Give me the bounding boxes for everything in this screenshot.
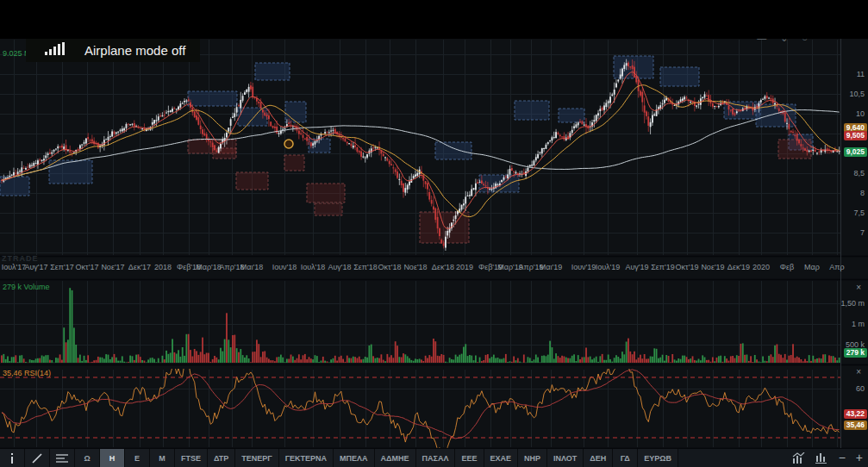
toolbar-draw[interactable] (25, 449, 50, 467)
zoom-out-icon[interactable]: − (839, 451, 846, 464)
toolbar-symbol-ΑΔΜΗΕ[interactable]: ΑΔΜΗΕ (375, 449, 416, 467)
volume-close-icon[interactable]: × (856, 283, 861, 292)
toolbar-symbol-ΙΝΛΟΤ[interactable]: ΙΝΛΟΤ (547, 449, 584, 467)
toolbar-symbol-ΔΕΗ[interactable]: ΔΕΗ (584, 449, 613, 467)
signal-bars-icon (45, 42, 66, 59)
toolbar-symbol-ΠΑΣΑΛ[interactable]: ΠΑΣΑΛ (416, 449, 456, 467)
toolbar-symbol-FTSE[interactable]: FTSE (175, 449, 208, 467)
airplane-mode-notification: Airplane mode off (26, 39, 200, 62)
rsi-close-icon[interactable]: × (856, 368, 861, 377)
toolbar-info[interactable] (0, 449, 25, 467)
toolbar-right-icons: −+ (792, 448, 863, 467)
toolbar-symbol-ΤΕΝΕΡΓ[interactable]: ΤΕΝΕΡΓ (235, 449, 278, 467)
chart-canvas[interactable] (0, 0, 868, 467)
toolbar-watchlist[interactable] (50, 449, 75, 467)
toolbar-buttons: ΩΗΕΜFTSEΔΤΡΤΕΝΕΡΓΓΕΚΤΕΡΝΑΜΠΕΛΑΑΔΜΗΕΠΑΣΑΛ… (0, 449, 678, 467)
toolbar-symbol-ΝΗΡ[interactable]: ΝΗΡ (518, 449, 547, 467)
bottom-toolbar: ΩΗΕΜFTSEΔΤΡΤΕΝΕΡΓΓΕΚΤΕΡΝΑΜΠΕΛΑΑΔΜΗΕΠΑΣΑΛ… (0, 448, 868, 467)
toolbar-symbol-ΜΠΕΛΑ[interactable]: ΜΠΕΛΑ (334, 449, 375, 467)
toolbar-symbol-Η[interactable]: Η (100, 449, 125, 467)
line-chart-icon[interactable] (792, 452, 805, 464)
notification-text: Airplane mode off (84, 43, 185, 58)
zoom-in-icon[interactable]: + (856, 451, 863, 464)
toolbar-symbol-ΕΕΕ[interactable]: ΕΕΕ (455, 449, 484, 467)
top-black-bar (0, 0, 868, 39)
toolbar-symbol-Μ[interactable]: Μ (150, 449, 175, 467)
toolbar-symbol-ΓΔ[interactable]: ΓΔ (613, 449, 638, 467)
bar-chart-icon[interactable] (815, 452, 828, 464)
toolbar-symbol-Ω[interactable]: Ω (75, 449, 100, 467)
toolbar-symbol-Ε[interactable]: Ε (125, 449, 150, 467)
toolbar-symbol-ΓΕΚΤΕΡΝΑ[interactable]: ΓΕΚΤΕΡΝΑ (279, 449, 334, 467)
trading-app: 9.025 M 279 k Volume 35,46 RSI(14) ZTRAD… (0, 0, 868, 467)
toolbar-symbol-ΕΧΑΕ[interactable]: ΕΧΑΕ (484, 449, 519, 467)
toolbar-symbol-ΕΥΡΩΒ[interactable]: ΕΥΡΩΒ (638, 449, 678, 467)
toolbar-symbol-ΔΤΡ[interactable]: ΔΤΡ (208, 449, 235, 467)
